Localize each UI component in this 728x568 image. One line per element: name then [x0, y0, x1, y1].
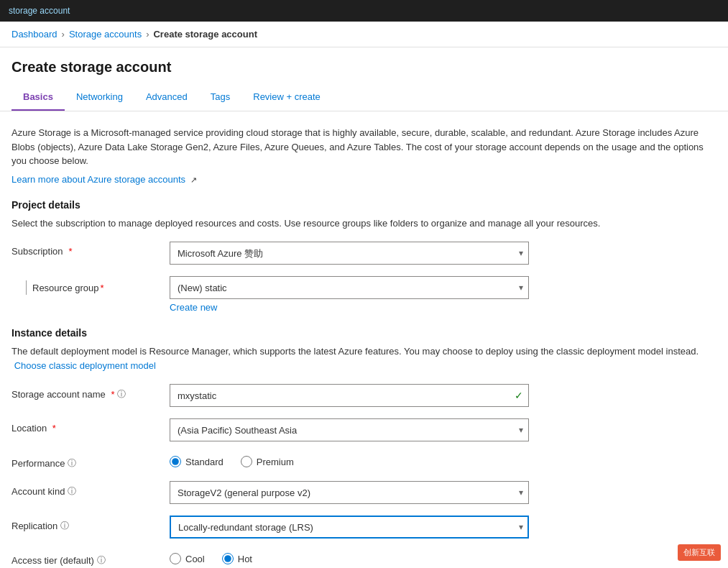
performance-premium-label: Premium — [257, 457, 294, 467]
breadcrumb: Dashboard › Storage accounts › Create st… — [0, 22, 728, 47]
resource-group-select-wrapper: (New) static ▾ — [170, 276, 529, 299]
subscription-select[interactable]: Microsoft Azure 赞助 — [170, 242, 529, 265]
resource-group-required-star: * — [101, 283, 104, 293]
resource-group-indent-spacer: Resource group * — [11, 276, 170, 295]
subscription-select-wrapper: Microsoft Azure 赞助 ▾ — [170, 242, 529, 265]
resource-group-row: Resource group * (New) static ▾ Create n… — [11, 276, 717, 313]
access-tier-group: Access tier (default) ⓘ Cool Hot — [11, 550, 717, 567]
location-required-star: * — [50, 423, 56, 434]
page-title: Create storage account — [11, 59, 717, 84]
learn-more-link[interactable]: Learn more about Azure storage accounts — [11, 174, 185, 185]
subscription-control: Microsoft Azure 赞助 ▾ — [170, 242, 529, 265]
topbar-storage-account-text: storage account — [9, 6, 70, 16]
account-kind-label: Account kind ⓘ — [11, 481, 170, 498]
access-tier-hot-option[interactable]: Hot — [222, 553, 252, 564]
storage-account-name-input[interactable] — [170, 384, 529, 407]
replication-group: Replication ⓘ Locally-redundant storage … — [11, 516, 717, 539]
performance-radio-group: Standard Premium — [170, 453, 529, 467]
watermark: 创新互联 — [678, 544, 721, 561]
tab-basics[interactable]: Basics — [11, 84, 65, 111]
breadcrumb-sep-2: › — [146, 29, 149, 40]
location-select[interactable]: (Asia Pacific) Southeast Asia — [170, 418, 529, 441]
resource-group-select[interactable]: (New) static — [170, 276, 529, 299]
tab-tags[interactable]: Tags — [199, 84, 241, 111]
breadcrumb-sep-1: › — [62, 29, 65, 40]
storage-name-info-icon: ⓘ — [117, 388, 126, 400]
location-group: Location * (Asia Pacific) Southeast Asia… — [11, 418, 717, 441]
performance-control: Standard Premium — [170, 453, 529, 467]
performance-label: Performance ⓘ — [11, 453, 170, 469]
tab-networking[interactable]: Networking — [65, 84, 134, 111]
performance-standard-label: Standard — [185, 457, 224, 467]
performance-info-icon: ⓘ — [68, 457, 76, 469]
breadcrumb-storage-accounts[interactable]: Storage accounts — [69, 29, 142, 40]
breadcrumb-current: Create storage account — [153, 29, 257, 40]
resource-group-label-wrapper: Resource group * — [11, 280, 170, 295]
page-title-section: Create storage account — [0, 47, 728, 84]
performance-premium-option[interactable]: Premium — [241, 456, 294, 467]
performance-group: Performance ⓘ Standard Premium — [11, 453, 717, 469]
location-control: (Asia Pacific) Southeast Asia ▾ — [170, 418, 529, 441]
account-kind-select[interactable]: StorageV2 (general purpose v2) — [170, 481, 529, 504]
storage-account-name-control: ✓ — [170, 384, 529, 407]
access-tier-cool-option[interactable]: Cool — [170, 553, 205, 564]
access-tier-hot-label: Hot — [238, 554, 252, 564]
access-tier-hot-radio[interactable] — [222, 553, 234, 564]
replication-control: Locally-redundant storage (LRS) ▾ — [170, 516, 529, 539]
access-tier-radio-group: Cool Hot — [170, 550, 529, 564]
storage-account-name-group: Storage account name * ⓘ ✓ — [11, 384, 717, 407]
location-label: Location * — [11, 418, 170, 434]
project-details-title: Project details — [11, 199, 717, 211]
performance-standard-option[interactable]: Standard — [170, 456, 224, 467]
storage-account-name-input-wrapper: ✓ — [170, 384, 529, 407]
account-kind-group: Account kind ⓘ StorageV2 (general purpos… — [11, 481, 717, 504]
tab-review-create[interactable]: Review + create — [241, 84, 332, 111]
access-tier-info-icon: ⓘ — [97, 554, 106, 567]
breadcrumb-dashboard[interactable]: Dashboard — [11, 29, 57, 40]
tab-advanced[interactable]: Advanced — [134, 84, 199, 111]
resource-group-control: (New) static ▾ Create new — [170, 276, 529, 313]
location-select-wrapper: (Asia Pacific) Southeast Asia ▾ — [170, 418, 529, 441]
learn-more-icon: ↗ — [190, 175, 197, 184]
azure-description: Azure Storage is a Microsoft-managed ser… — [11, 126, 717, 168]
access-tier-label: Access tier (default) ⓘ — [11, 550, 170, 567]
project-details-description: Select the subscription to manage deploy… — [11, 216, 717, 231]
account-kind-select-wrapper: StorageV2 (general purpose v2) ▾ — [170, 481, 529, 504]
replication-select[interactable]: Locally-redundant storage (LRS) — [170, 516, 529, 539]
access-tier-control: Cool Hot — [170, 550, 529, 564]
performance-premium-radio[interactable] — [241, 456, 252, 467]
storage-name-required-star: * — [109, 389, 115, 400]
access-tier-cool-label: Cool — [185, 554, 205, 564]
instance-details-description: The default deployment model is Resource… — [11, 344, 717, 372]
account-kind-info-icon: ⓘ — [68, 485, 76, 498]
replication-info-icon: ⓘ — [60, 520, 69, 532]
account-kind-control: StorageV2 (general purpose v2) ▾ — [170, 481, 529, 504]
create-new-link[interactable]: Create new — [170, 302, 217, 313]
access-tier-cool-radio[interactable] — [170, 553, 181, 564]
performance-standard-radio[interactable] — [170, 456, 181, 467]
subscription-label: Subscription — [11, 242, 170, 257]
instance-details-title: Instance details — [11, 327, 717, 339]
replication-label: Replication ⓘ — [11, 516, 170, 532]
choose-classic-link[interactable]: Choose classic deployment model — [14, 360, 156, 371]
resource-group-indent-line — [26, 280, 27, 295]
subscription-group: Subscription Microsoft Azure 赞助 ▾ — [11, 242, 717, 265]
storage-name-valid-icon: ✓ — [515, 390, 523, 401]
main-content: Azure Storage is a Microsoft-managed ser… — [0, 111, 728, 568]
replication-select-wrapper: Locally-redundant storage (LRS) ▾ — [170, 516, 529, 539]
resource-group-label: Resource group — [32, 283, 99, 293]
storage-account-name-label: Storage account name * ⓘ — [11, 384, 170, 400]
tabs-bar: Basics Networking Advanced Tags Review +… — [0, 84, 728, 111]
